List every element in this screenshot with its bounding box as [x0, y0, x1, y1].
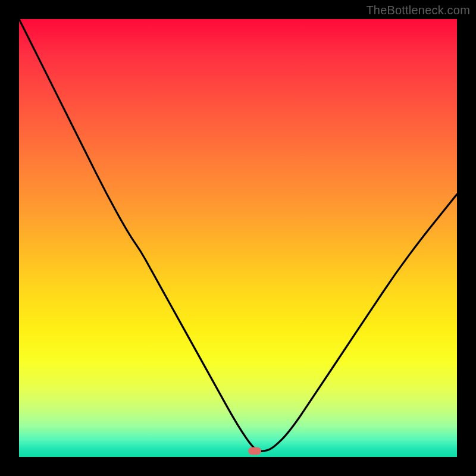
watermark-text: TheBottleneck.com [366, 4, 470, 17]
optimal-point-marker [248, 447, 261, 455]
chart-frame: TheBottleneck.com [0, 0, 476, 476]
bottleneck-curve [19, 19, 457, 457]
plot-area [19, 19, 457, 457]
